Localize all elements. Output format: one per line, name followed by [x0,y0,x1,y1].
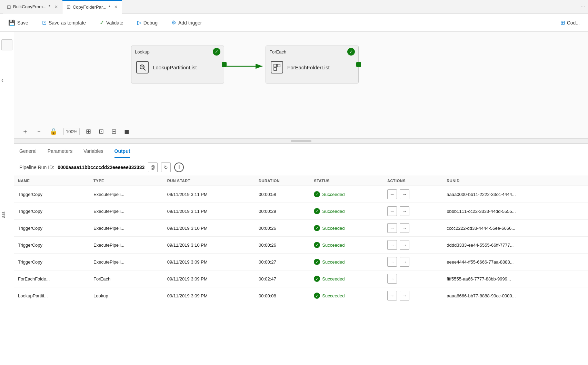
foreach-node-type: ForEach [269,49,286,55]
cell-run-start: 09/11/2019 3:10 PM [163,237,255,254]
foreach-node[interactable]: ForEach ✓ ForEachFolderList [266,46,359,83]
code-label: Cod... [567,20,580,26]
run-id-value: 0000aaaa11bbccccdd22eeeeee333333 [58,165,144,170]
action-link-btn[interactable]: → [400,291,409,300]
cell-run-start: 09/11/2019 3:09 PM [163,254,255,270]
foreach-success-badge: ✓ [347,48,355,56]
canvas-toolbar: ＋ － 🔒 100% ⊞ ⊡ ⊟ ◼ [21,126,131,137]
lookup-node-type: Lookup [135,49,150,55]
lookup-node-header: Lookup ✓ [131,46,224,58]
cell-run-start: 09/11/2019 3:11 PM [163,203,255,220]
output-table-container: NAME TYPE RUN START DURATION STATUS ACTI… [14,176,588,360]
cell-type: ExecutePipeli... [89,237,163,254]
cell-duration: 00:00:27 [255,254,310,270]
lookup-node[interactable]: Lookup ✓ LookupPartitionList [131,46,224,83]
cell-duration: 00:02:47 [255,270,310,287]
action-navigate-btn[interactable]: → [387,274,397,284]
action-link-btn[interactable]: → [400,223,409,233]
output-table: NAME TYPE RUN START DURATION STATUS ACTI… [14,176,588,304]
cell-name: TriggerCopy [14,237,89,254]
fit-button[interactable]: ⊞ [84,126,92,137]
toolbar: 💾 Save ⊡ Save as template ✓ Validate ▷ D… [0,14,588,32]
table-body: TriggerCopy ExecutePipeli... 09/11/2019 … [14,186,588,304]
debug-label: Debug [143,20,158,26]
tab-general[interactable]: General [19,145,37,158]
tab-close-copyfolder[interactable]: ✕ [114,4,118,9]
lock-button[interactable]: 🔒 [48,126,59,137]
action-link-btn[interactable]: → [400,189,409,199]
cell-actions: → → [383,186,442,203]
action-link-btn[interactable]: → [400,206,409,216]
cell-type: ExecutePipeli... [89,220,163,237]
table-row: ForEachFolde... ForEach 09/11/2019 3:09 … [14,270,588,287]
zoom-in-button[interactable]: ＋ [21,126,30,137]
cell-status: ✓ Succeeded [310,220,383,237]
debug-button[interactable]: ▷ Debug [134,18,160,27]
col-name: NAME [14,176,89,186]
tab-close-bulkcopy[interactable]: ✕ [54,4,58,9]
cell-type: ForEach [89,270,163,287]
svg-line-1 [144,69,146,70]
validate-button[interactable]: ✓ Validate [97,18,126,27]
zoom-out-button[interactable]: － [34,126,43,137]
action-link-btn[interactable]: → [400,240,409,250]
tab-variables[interactable]: Variables [83,145,103,158]
action-navigate-btn[interactable]: → [387,189,397,199]
tab-parameters[interactable]: Parameters [48,145,72,158]
status-badge: ✓ Succeeded [314,191,345,197]
cell-type: Lookup [89,287,163,304]
run-id-refresh-button[interactable]: ↻ [161,162,171,172]
select-button[interactable]: ⊡ [97,126,105,137]
add-trigger-button[interactable]: ⚙ Add trigger [169,18,205,27]
main-area: ‹ als Lookup ✓ LookupPartitionLi [0,32,588,365]
zoom-label[interactable]: 100% [63,128,80,135]
run-id-info-button[interactable]: i [174,162,184,172]
action-navigate-btn[interactable]: → [387,291,397,300]
cell-actions: → → [383,237,442,254]
tab-bar: ⊡ BulkCopyFrom... * ✕ ⊡ CopyFolderPar...… [0,0,588,14]
lookup-node-icon [136,61,149,73]
status-badge: ✓ Succeeded [314,225,345,231]
cell-runid: aaaa6666-bb77-8888-99cc-0000... [442,287,588,304]
run-id-copy-button[interactable]: @ [148,162,158,172]
tab-copyfolder[interactable]: ⊡ CopyFolderPar... * ✕ [62,0,122,14]
arrange-button[interactable]: ⊟ [110,126,118,137]
tab-bulkcopy[interactable]: ⊡ BulkCopyFrom... * ✕ [3,0,62,14]
bottom-panel: General Parameters Variables Output Pipe… [14,144,588,365]
collapse-chevron[interactable]: ‹ [0,74,5,87]
status-badge: ✓ Succeeded [314,293,345,299]
cell-run-start: 09/11/2019 3:09 PM [163,287,255,304]
cell-status: ✓ Succeeded [310,254,383,270]
validate-label: Validate [106,20,123,26]
layout-button[interactable]: ◼ [123,126,131,137]
mini-preview[interactable] [1,39,12,50]
cell-name: ForEachFolde... [14,270,89,287]
sidebar-label: als [1,211,6,218]
action-navigate-btn[interactable]: → [387,240,397,250]
cell-status: ✓ Succeeded [310,186,383,203]
action-navigate-btn[interactable]: → [387,206,397,216]
panel-divider[interactable] [14,139,588,144]
action-navigate-btn[interactable]: → [387,223,397,233]
col-status: STATUS [310,176,383,186]
add-trigger-icon: ⚙ [171,19,176,26]
cell-runid: ffff5555-aa66-7777-88bb-9999... [442,270,588,287]
table-row: TriggerCopy ExecutePipeli... 09/11/2019 … [14,220,588,237]
cell-name: TriggerCopy [14,203,89,220]
cell-actions: → → [383,220,442,237]
cell-duration: 00:00:29 [255,203,310,220]
save-template-button[interactable]: ⊡ Save as template [39,18,89,27]
svg-rect-7 [277,64,280,67]
action-link-btn[interactable]: → [400,257,409,267]
cell-type: ExecutePipeli... [89,203,163,220]
more-tabs-icon[interactable]: ··· [581,4,585,10]
save-label: Save [17,20,28,26]
cell-runid: cccc2222-dd33-4444-55ee-6666... [442,220,588,237]
action-navigate-btn[interactable]: → [387,257,397,267]
code-button[interactable]: ⊞ Cod... [558,18,582,27]
tab-output[interactable]: Output [114,145,130,158]
save-button[interactable]: 💾 Save [6,18,31,27]
tab-icon-bulkcopy: ⊡ [7,4,11,10]
foreach-node-header: ForEach ✓ [266,46,358,58]
table-row: TriggerCopy ExecutePipeli... 09/11/2019 … [14,186,588,203]
